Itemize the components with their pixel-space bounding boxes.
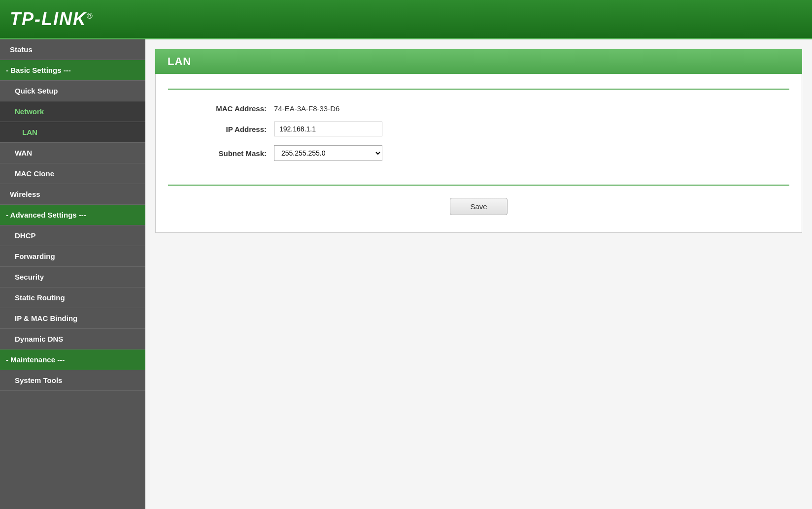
logo: TP-LINK® (10, 9, 94, 30)
mac-address-value: 74-EA-3A-F8-33-D6 (274, 104, 339, 113)
sidebar-item-network[interactable]: Network (0, 101, 145, 122)
save-button[interactable]: Save (450, 198, 507, 215)
sidebar-item-dynamic-dns[interactable]: Dynamic DNS (0, 329, 145, 350)
sidebar-item-system-tools[interactable]: System Tools (0, 370, 145, 391)
subnet-mask-select[interactable]: 255.255.255.0 255.255.0.0 255.0.0.0 (274, 145, 382, 161)
sidebar-item-mac-clone[interactable]: MAC Clone (0, 163, 145, 184)
header: TP-LINK® (0, 0, 812, 39)
sidebar-item-wan[interactable]: WAN (0, 143, 145, 163)
sidebar-section-advanced-settings: - Advanced Settings --- (0, 205, 145, 225)
form-section: MAC Address: 74-EA-3A-F8-33-D6 IP Addres… (156, 95, 802, 180)
logo-registered: ® (87, 12, 94, 20)
sidebar-item-lan[interactable]: LAN (0, 122, 145, 143)
sidebar-item-static-routing[interactable]: Static Routing (0, 287, 145, 308)
ip-address-row: IP Address: (175, 122, 782, 136)
sidebar-section-maintenance: - Maintenance --- (0, 350, 145, 370)
top-divider (168, 89, 789, 90)
content-area: MAC Address: 74-EA-3A-F8-33-D6 IP Addres… (155, 74, 802, 233)
sidebar-item-dhcp[interactable]: DHCP (0, 225, 145, 246)
button-row: Save (156, 191, 802, 223)
mac-address-row: MAC Address: 74-EA-3A-F8-33-D6 (175, 104, 782, 113)
subnet-mask-label: Subnet Mask: (175, 149, 274, 158)
ip-address-label: IP Address: (175, 125, 274, 133)
sidebar-section-basic-settings: - Basic Settings --- (0, 60, 145, 81)
sidebar-item-security[interactable]: Security (0, 267, 145, 287)
sidebar-item-wireless[interactable]: Wireless (0, 184, 145, 205)
layout: Status - Basic Settings --- Quick Setup … (0, 39, 812, 509)
subnet-mask-row: Subnet Mask: 255.255.255.0 255.255.0.0 2… (175, 145, 782, 161)
page-title: LAN (168, 55, 790, 68)
bottom-divider (168, 185, 789, 186)
main-content: LAN MAC Address: 74-EA-3A-F8-33-D6 IP Ad… (145, 39, 812, 509)
sidebar: Status - Basic Settings --- Quick Setup … (0, 39, 145, 509)
logo-brand: TP-LINK (10, 9, 87, 29)
sidebar-item-status[interactable]: Status (0, 39, 145, 60)
ip-address-input[interactable] (274, 122, 382, 136)
sidebar-item-forwarding[interactable]: Forwarding (0, 246, 145, 267)
sidebar-item-quick-setup[interactable]: Quick Setup (0, 81, 145, 101)
sidebar-item-ip-mac-binding[interactable]: IP & MAC Binding (0, 308, 145, 329)
mac-address-label: MAC Address: (175, 104, 274, 113)
page-header-bar: LAN (155, 49, 802, 74)
logo-text: TP-LINK® (10, 9, 94, 29)
